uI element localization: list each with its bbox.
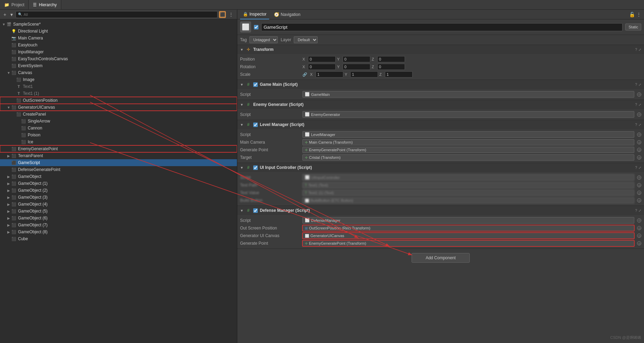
rotation-x-input[interactable] <box>308 64 336 70</box>
inspector-content: ⬜ Static Tag Untagged Layer Default ▼ <box>237 19 644 343</box>
tree-item-outscreenposition[interactable]: ⬛OutScreenPosition <box>0 97 237 104</box>
tree-item-defensegeneratepoint[interactable]: ⬛DefenseGeneratePoint <box>0 166 237 173</box>
enemy-generator-expand-icon[interactable]: ⤢ <box>638 103 641 107</box>
game-main-ref-circle[interactable]: ◎ <box>637 92 641 97</box>
tree-item-gameobject7[interactable]: ▶⬛GameObject (7) <box>0 222 237 228</box>
tree-item-gameobject6[interactable]: ▶⬛GameObject (6) <box>0 215 237 222</box>
build-button-ref-circle[interactable]: ◎ <box>637 198 641 202</box>
level-manager-checkbox[interactable] <box>253 123 258 127</box>
tree-item-samplescene[interactable]: ▼🎬SampleScene* <box>0 21 237 28</box>
defense-manager-expand-icon[interactable]: ⤢ <box>638 209 641 213</box>
tree-item-canvas[interactable]: ▼⬛Canvas <box>0 69 237 76</box>
target-ref-circle[interactable]: ◎ <box>637 155 641 160</box>
level-manager-help-icon[interactable]: ? <box>635 123 637 127</box>
defense-manager-help-icon[interactable]: ? <box>635 209 637 213</box>
tree-item-gamescript[interactable]: ⬛GameScript <box>0 159 237 166</box>
tree-item-gameobject8[interactable]: ▶⬛GameObject (8) <box>0 228 237 235</box>
ui-input-expand-icon[interactable]: ⤢ <box>638 166 641 170</box>
rotation-y-input[interactable] <box>343 64 370 70</box>
more-button[interactable]: ⋮ <box>636 12 641 17</box>
ui-input-checkbox[interactable] <box>253 165 258 170</box>
tree-item-gameobject1[interactable]: ▶⬛GameObject (1) <box>0 180 237 187</box>
tree-item-gameobject5[interactable]: ▶⬛GameObject (5) <box>0 208 237 215</box>
enemy-generator-ref-circle[interactable]: ◎ <box>637 112 641 117</box>
tab-inspector[interactable]: 🔒 Inspector <box>240 10 269 19</box>
search-box[interactable]: 🔍 <box>16 11 218 18</box>
tree-item-ice[interactable]: ⬛Ice <box>0 138 237 145</box>
tree-item-poison[interactable]: ⬛Poison <box>0 132 237 138</box>
lock-button[interactable]: 🔓 <box>629 12 635 17</box>
out-screen-pos-ref-circle[interactable]: ◎ <box>637 226 641 230</box>
transform-expand-icon[interactable]: ⤢ <box>638 48 641 52</box>
tree-item-gameobject[interactable]: ▶⬛GameObject <box>0 173 237 180</box>
transform-header[interactable]: ▼ ✛ Transform ? ⤢ <box>237 45 644 54</box>
tab-hierarchy[interactable]: ☰ Hierarchy <box>29 0 61 9</box>
go-active-checkbox[interactable] <box>254 25 258 29</box>
tree-item-enemygeneratepoint[interactable]: ⬛EnemyGeneratePoint <box>0 145 237 152</box>
ui-input-help-icon[interactable]: ? <box>635 166 637 170</box>
scale-z-input[interactable] <box>385 71 413 78</box>
tree-label-cannon: Cannon <box>28 126 42 130</box>
main-camera-ref-circle[interactable]: ◎ <box>637 140 641 144</box>
transform-help-icon[interactable]: ? <box>635 48 637 52</box>
position-y-input[interactable] <box>343 56 370 62</box>
tree-item-easytouch[interactable]: ⬛Easytouch <box>0 42 237 48</box>
tree-item-cube[interactable]: ⬛Cube <box>0 235 237 242</box>
static-button[interactable]: Static <box>625 24 641 30</box>
search-input[interactable] <box>24 12 215 17</box>
add-button[interactable]: + <box>2 11 8 18</box>
defense-manager-checkbox[interactable] <box>253 208 258 213</box>
tag-layer-row: Tag Untagged Layer Default <box>237 35 644 45</box>
tree-label-generatoruicanvas: GeneratorUICanvas <box>18 105 55 110</box>
game-main-expand-icon[interactable]: ⤢ <box>638 83 641 87</box>
tree-item-input-manager[interactable]: ⬛InputManager <box>0 48 237 55</box>
level-manager-ref-circle[interactable]: ◎ <box>637 133 641 137</box>
tree-item-text1-1[interactable]: TText1 (1) <box>0 90 237 97</box>
out-screen-pos-name: OutScreenPosition (Rect Transform) <box>309 226 370 230</box>
game-main-header[interactable]: ▼ # Game Main (Script) ? ⤢ <box>237 80 644 89</box>
defense-manager-header[interactable]: ▼ # Defense Manager (Script) ? ⤢ <box>237 206 644 215</box>
tag-select[interactable]: Untagged <box>249 36 278 43</box>
add-component-button[interactable]: Add Component <box>412 253 470 263</box>
text-value-ref-circle[interactable]: ◎ <box>637 191 641 195</box>
add-dropdown-button[interactable]: ▾ <box>9 11 14 18</box>
enemy-generator-help-icon[interactable]: ? <box>635 103 637 107</box>
ui-script-ref-circle[interactable]: ◎ <box>637 175 641 180</box>
tree-item-gameobject2[interactable]: ▶⬛GameObject (2) <box>0 187 237 194</box>
level-manager-header[interactable]: ▼ # Level Manager (Script) ? ⤢ <box>237 120 644 129</box>
text-path-ref-circle[interactable]: ◎ <box>637 183 641 187</box>
tree-item-createpanel[interactable]: ⬛CreatePanel <box>0 111 237 118</box>
tree-item-main-camera[interactable]: 📷Main Camera <box>0 35 237 42</box>
tree-item-gameobject4[interactable]: ▶⬛GameObject (4) <box>0 201 237 208</box>
ui-input-header[interactable]: ▼ # UI Input Controller (Script) ? ⤢ <box>237 163 644 172</box>
tree-item-directional-light[interactable]: 💡Directional Light <box>0 28 237 35</box>
position-z-input[interactable] <box>377 56 405 62</box>
tree-item-event-system[interactable]: ⬛EventSystem <box>0 62 237 69</box>
game-main-checkbox[interactable] <box>253 82 258 87</box>
go-name-input[interactable] <box>261 23 623 31</box>
tree-item-image[interactable]: ⬛Image <box>0 76 237 83</box>
tree-item-cannon[interactable]: ⬛Cannon <box>0 125 237 132</box>
enemy-generator-header[interactable]: ▼ # Enemy Generator (Script) ? ⤢ <box>237 100 644 109</box>
scale-y-input[interactable] <box>350 71 378 78</box>
tree-item-easytouch-controls[interactable]: ⬛EasyTouchControlsCanvas <box>0 55 237 62</box>
game-main-help-icon[interactable]: ? <box>635 83 637 87</box>
defense-generate-point-ref-circle[interactable]: ◎ <box>637 241 641 245</box>
rotation-z-input[interactable] <box>377 64 405 70</box>
position-x-input[interactable] <box>308 56 336 62</box>
generator-ui-canvas-ref-circle[interactable]: ◎ <box>637 234 641 238</box>
tree-item-terrainparent[interactable]: ▶⬛TerrainParent <box>0 152 237 159</box>
kebab-menu-button[interactable]: ⋮ <box>227 12 235 17</box>
tab-project[interactable]: 📁 Project <box>0 0 29 9</box>
layer-select[interactable]: Default <box>294 36 318 43</box>
tree-item-gameobject3[interactable]: ▶⬛GameObject (3) <box>0 194 237 201</box>
tree-item-text1[interactable]: TText1 <box>0 83 237 90</box>
level-manager-expand-icon[interactable]: ⤢ <box>638 123 641 127</box>
tab-navigation[interactable]: 🧭 Navigation <box>271 10 303 19</box>
scale-x-input[interactable] <box>316 71 343 78</box>
main-camera-ref-icon: ✛ <box>305 141 308 144</box>
tree-item-generatoruicanvas[interactable]: ▼⬛GeneratorUICanvas <box>0 104 237 111</box>
tree-item-singlearrow[interactable]: ⬛SingleArrow <box>0 118 237 125</box>
generate-point-ref-circle[interactable]: ◎ <box>637 148 641 152</box>
defense-script-ref-circle[interactable]: ◎ <box>637 218 641 223</box>
